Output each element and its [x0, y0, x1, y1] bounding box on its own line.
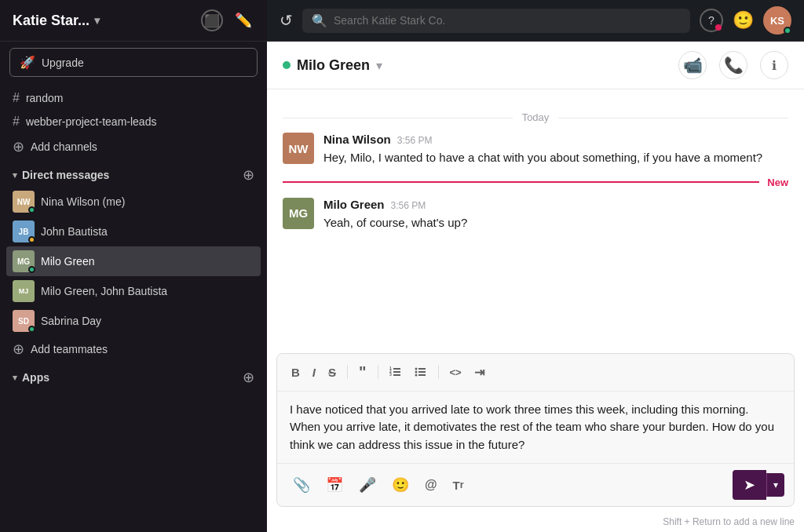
video-call-icon[interactable]: ⬛ — [201, 9, 223, 31]
compose-toolbar: B I S " 123 <> ⇥ — [277, 354, 794, 392]
apps-section-label: Apps — [22, 371, 49, 384]
emoji-icon[interactable]: 🙂 — [733, 10, 754, 31]
attach-icon[interactable]: 📎 — [287, 473, 316, 497]
italic-button[interactable]: I — [308, 363, 320, 382]
calendar-icon[interactable]: 📅 — [320, 473, 349, 497]
plus-icon-teammates: ⊕ — [13, 341, 24, 358]
sidebar-nav: # random # webber-project-team-leads ⊕ A… — [0, 83, 267, 532]
compose-area: B I S " 123 <> ⇥ I have noticed that you… — [276, 353, 795, 508]
avatar-milo: MG — [13, 250, 35, 272]
apps-chevron-icon: ▾ — [13, 373, 17, 383]
send-options-button[interactable]: ▾ — [766, 473, 784, 497]
top-bar-right: ? 🙂 KS — [700, 6, 791, 35]
upgrade-label: Upgrade — [42, 56, 84, 69]
svg-point-10 — [415, 374, 417, 377]
mic-icon[interactable]: 🎤 — [353, 473, 382, 497]
send-button[interactable]: ➤ — [733, 470, 766, 500]
upgrade-button[interactable]: 🚀 Upgrade — [9, 48, 258, 77]
channel-name: random — [26, 92, 63, 104]
channel-item-webber[interactable]: # webber-project-team-leads — [0, 110, 267, 133]
dm-section-header[interactable]: ▾ Direct messages ⊕ — [0, 160, 267, 187]
svg-point-8 — [415, 371, 417, 373]
add-apps-icon[interactable]: ⊕ — [243, 369, 254, 386]
apps-section-label-group: ▾ Apps — [13, 371, 49, 384]
video-icon[interactable]: 📹 — [678, 51, 707, 79]
avatar-milo-john: MJ — [13, 280, 35, 302]
unordered-list-button[interactable] — [410, 363, 432, 381]
header-icons: ⬛ ✏️ — [201, 9, 254, 31]
info-icon[interactable]: ℹ — [760, 51, 788, 79]
status-dot-john — [28, 236, 35, 243]
shift-hint: Shift + Return to add a new line — [267, 513, 804, 532]
compose-icon[interactable]: ✏️ — [232, 9, 254, 31]
top-bar: ↺ 🔍 ? 🙂 KS — [267, 0, 804, 42]
compose-footer: 📎 📅 🎤 🙂 @ Tr ➤ ▾ — [277, 463, 794, 506]
bold-button[interactable]: B — [287, 363, 305, 382]
chat-user-info[interactable]: Milo Green ▾ — [283, 57, 382, 74]
dm-item-sabrina[interactable]: SD Sabrina Day — [0, 306, 267, 336]
message-nina: NW Nina Wilson 3:56 PM Hey, Milo, I want… — [283, 133, 788, 167]
dm-item-milo[interactable]: MG Milo Green — [6, 246, 261, 276]
ordered-list-button[interactable]: 123 — [385, 363, 407, 381]
emoji-composer-icon[interactable]: 🙂 — [386, 473, 415, 497]
code-button[interactable]: <> — [445, 363, 466, 381]
plus-icon: ⊕ — [13, 138, 24, 155]
dm-item-john[interactable]: JB John Bautista — [0, 217, 267, 246]
user-avatar-container[interactable]: KS — [763, 6, 791, 35]
date-label: Today — [513, 111, 559, 123]
indent-button[interactable]: ⇥ — [470, 362, 489, 383]
toolbar-sep-3 — [438, 365, 439, 379]
msg-header-nina: Nina Wilson 3:56 PM — [323, 133, 788, 146]
svg-rect-11 — [418, 374, 426, 376]
msg-text-milo: Yeah, of course, what's up? — [323, 214, 788, 232]
history-icon[interactable]: ↺ — [280, 11, 293, 30]
new-divider-line — [283, 181, 759, 183]
workspace-name[interactable]: Katie Star... ▾ — [13, 13, 100, 29]
search-icon: 🔍 — [312, 13, 327, 28]
status-dot-milo — [28, 266, 35, 273]
compose-input[interactable]: I have noticed that you arrived late to … — [277, 392, 794, 464]
status-dot-sabrina — [28, 326, 35, 333]
quote-button[interactable]: " — [354, 360, 371, 384]
apps-section-header[interactable]: ▾ Apps ⊕ — [0, 363, 267, 389]
sidebar-search: 🚀 Upgrade — [0, 42, 267, 83]
dm-section-label-group: ▾ Direct messages — [13, 169, 109, 181]
add-teammates-item[interactable]: ⊕ Add teammates — [0, 336, 267, 363]
chat-user-status-dot — [283, 61, 291, 69]
dm-name-john: John Bautista — [41, 225, 108, 238]
strikethrough-button[interactable]: S — [323, 363, 341, 382]
add-channels-item[interactable]: ⊕ Add channels — [0, 133, 267, 160]
add-dm-icon[interactable]: ⊕ — [243, 166, 254, 184]
strike-label: S — [328, 366, 336, 379]
svg-rect-1 — [393, 371, 400, 373]
svg-rect-0 — [393, 368, 400, 370]
compose-footer-actions: 📎 📅 🎤 🙂 @ Tr — [287, 473, 470, 497]
dm-item-nina[interactable]: NW Nina Wilson (me) — [0, 187, 267, 217]
section-chevron-icon: ▾ — [13, 170, 17, 180]
chat-user-name: Milo Green — [297, 57, 370, 74]
search-input[interactable] — [334, 14, 681, 27]
avatar-nina: NW — [13, 191, 35, 213]
msg-avatar-milo: MG — [283, 198, 314, 229]
mention-icon[interactable]: @ — [418, 475, 444, 495]
new-message-divider: New — [283, 177, 788, 188]
dm-name-milo-john: Milo Green, John Bautista — [41, 285, 167, 297]
chat-header: Milo Green ▾ 📹 📞 ℹ — [267, 42, 804, 89]
dm-section-label: Direct messages — [22, 169, 109, 181]
bold-label: B — [291, 366, 300, 379]
sidebar-header: Katie Star... ▾ ⬛ ✏️ — [0, 0, 267, 42]
compose-text: I have noticed that you arrived late to … — [290, 403, 774, 451]
msg-time-nina: 3:56 PM — [397, 135, 433, 146]
msg-content-nina: Nina Wilson 3:56 PM Hey, Milo, I wanted … — [323, 133, 788, 167]
main-area: ↺ 🔍 ? 🙂 KS Milo Green ▾ 📹 📞 — [267, 0, 804, 532]
format-icon[interactable]: Tr — [447, 476, 470, 495]
call-icon[interactable]: 📞 — [719, 51, 747, 79]
search-bar[interactable]: 🔍 — [302, 9, 690, 33]
notification-dot — [715, 24, 722, 31]
help-icon[interactable]: ? — [700, 9, 723, 32]
dm-name-nina: Nina Wilson (me) — [41, 195, 125, 208]
dm-item-milo-john[interactable]: MJ Milo Green, John Bautista — [0, 276, 267, 306]
avatar-john: JB — [13, 220, 35, 242]
msg-text-nina: Hey, Milo, I wanted to have a chat with … — [323, 149, 788, 167]
channel-item-random[interactable]: # random — [0, 86, 267, 110]
